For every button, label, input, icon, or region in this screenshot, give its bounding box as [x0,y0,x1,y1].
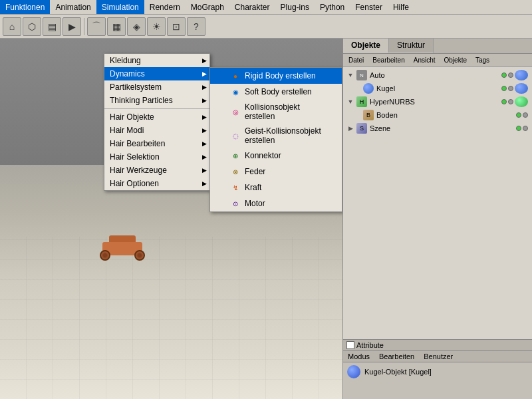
panel-toolbar-objekte[interactable]: Objekte [440,55,471,65]
menu-hair-objekte[interactable]: Hair Objekte [104,110,209,124]
auto-icon: N [356,70,367,80]
car-model [96,235,149,262]
panel-toolbar-ansicht[interactable]: Ansicht [410,55,440,65]
viewport[interactable]: Kleidung Dynamics ● Rigid Body erstellen… [0,39,342,399]
menu-hair-modi[interactable]: Hair Modi [104,124,209,137]
kugel-expand-icon[interactable] [354,85,360,92]
menu-hair-bearbeiten[interactable]: Hair Bearbeiten [104,137,209,150]
tree-item-boden[interactable]: B Boden [344,108,531,122]
hypernurbs-label: HyperNURBS [370,98,415,106]
menu-sep1 [104,108,209,109]
toolbar-help-btn[interactable]: ? [187,17,205,36]
auto-dots [501,70,528,80]
attribute-checkbox-area: Attribute [344,340,386,350]
bottom-content: Kugel-Objekt [Kugel] [343,362,532,381]
kugel-dot2 [508,86,513,91]
submenu-konnektor[interactable]: ⊕ Konnektor [210,148,342,164]
konnektor-icon: ⊕ [230,150,241,161]
hn-sphere [515,96,528,107]
menu-kleidung[interactable]: Kleidung [104,54,209,67]
toolbar-home-btn[interactable]: ⌂ [3,17,21,36]
tree-item-kugel[interactable]: Kugel [344,82,531,95]
hn-dot2 [508,99,513,104]
szene-expand-icon[interactable]: ▶ [347,125,354,132]
menubar-item-mograph[interactable]: MoGraph [186,0,229,14]
scene-floor-lines [0,237,342,399]
toolbar-light-btn[interactable]: ☀ [147,17,166,36]
submenu-feder[interactable]: ⊗ Feder [210,164,342,180]
boden-dots [516,112,528,118]
tree-item-hypernurbs[interactable]: ▼ H HyperNURBS [344,95,531,108]
selected-obj-icon [347,365,360,378]
menu-hair-werkzeuge[interactable]: Hair Werkzeuge [104,164,209,177]
menubar-item-python[interactable]: Python [315,0,350,14]
motor-icon: ⊙ [230,198,241,209]
hypernurbs-dots [501,96,528,107]
kugel-dot1 [501,86,507,91]
submenu-rigid-body[interactable]: ● Rigid Body erstellen [210,68,342,84]
menubar-item-funktionen[interactable]: Funktionen [0,0,50,14]
kugel-dots [501,83,528,94]
panel-toolbar-tags[interactable]: Tags [471,55,493,65]
kraft-label: Kraft [245,183,261,192]
auto-label: Auto [370,71,385,79]
soft-body-label: Soft Body erstellen [245,87,312,96]
menubar-item-animation[interactable]: Animation [50,0,96,14]
hn-dot1 [501,99,507,104]
menubar-item-hilfe[interactable]: Hilfe [388,0,414,14]
menu-thinking-particles[interactable]: Thinking Particles [104,94,209,107]
szene-dots [516,126,528,131]
menubar-item-fenster[interactable]: Fenster [350,0,388,14]
panel-toolbar-bearbeiten[interactable]: Bearbeiten [368,55,408,65]
menu-dynamics[interactable]: Dynamics ● Rigid Body erstellen ◉ Soft B… [104,67,209,80]
panel-toolbar: Datei Bearbeiten Ansicht Objekte Tags [343,54,532,67]
benutzer-btn[interactable]: Benutzer [420,352,457,361]
tab-struktur[interactable]: Struktur [389,39,434,53]
kollision-label: Kollisionsobjekt erstellen [245,102,329,121]
toolbar-curve-btn[interactable]: ⌒ [87,17,106,36]
dynamics-submenu: ● Rigid Body erstellen ◉ Soft Body erste… [209,67,342,212]
tree-item-szene[interactable]: ▶ S Szene [344,122,531,135]
boden-expand-icon[interactable] [354,112,360,118]
bottom-toolbar: Attribute [343,340,532,351]
kraft-icon: ↯ [230,182,241,193]
menu-hair-optionen[interactable]: Hair Optionen [104,177,209,190]
menu-partikelsystem[interactable]: Partikelsystem [104,80,209,94]
submenu-soft-body[interactable]: ◉ Soft Body erstellen [210,84,342,100]
menubar-item-rendern[interactable]: Rendern [144,0,186,14]
submenu-geist-kollision[interactable]: ◌ Geist-Kollisionsobjekt erstellen [210,124,342,148]
feder-label: Feder [245,167,265,176]
toolbar-play-btn[interactable]: ▶ [63,17,81,36]
auto-expand-icon[interactable]: ▼ [347,72,354,78]
toolbar: ⌂ ⬡ ▤ ▶ ⌒ ▦ ◈ ☀ ⊡ ? [0,15,532,39]
submenu-kraft[interactable]: ↯ Kraft [210,180,342,196]
kollision-icon: ◎ [230,106,241,117]
menubar-item-simulation[interactable]: Simulation [96,0,144,14]
car-wheel-fl [100,250,110,261]
submenu-motor[interactable]: ⊙ Motor [210,196,342,211]
object-tree: ▼ N Auto Kugel [343,67,532,339]
menubar-item-plugins[interactable]: Plug-ins [275,0,315,14]
rigid-body-label: Rigid Body erstellen [245,71,316,80]
hypernurbs-expand-icon[interactable]: ▼ [347,98,354,105]
menubar-item-charakter[interactable]: Charakter [229,0,275,14]
toolbar-cam-btn[interactable]: ⊡ [167,17,186,36]
geist-icon: ◌ [230,130,241,141]
boden-dot2 [523,112,528,118]
attribute-checkbox[interactable] [346,341,354,349]
submenu-kollision[interactable]: ◎ Kollisionsobjekt erstellen [210,100,342,124]
tab-objekte[interactable]: Objekte [343,39,389,53]
mode-btn[interactable]: Modus [344,352,374,361]
toolbar-deform-btn[interactable]: ◈ [127,17,146,36]
menubar: Funktionen Animation Simulation Rendern … [0,0,532,15]
tree-item-auto[interactable]: ▼ N Auto [344,68,531,82]
toolbar-obj-btn[interactable]: ⬡ [23,17,41,36]
bearbeiten-btn[interactable]: Bearbeiten [375,352,418,361]
menu-hair-selektion[interactable]: Hair Selektion [104,150,209,164]
szene-dot2 [523,126,528,131]
toolbar-anim-btn[interactable]: ▤ [43,17,61,36]
simulation-menu: Kleidung Dynamics ● Rigid Body erstellen… [104,53,210,191]
toolbar-mesh-btn[interactable]: ▦ [107,17,126,36]
right-panel: Objekte Struktur Datei Bearbeiten Ansich… [342,39,532,399]
panel-toolbar-datei[interactable]: Datei [344,55,368,65]
